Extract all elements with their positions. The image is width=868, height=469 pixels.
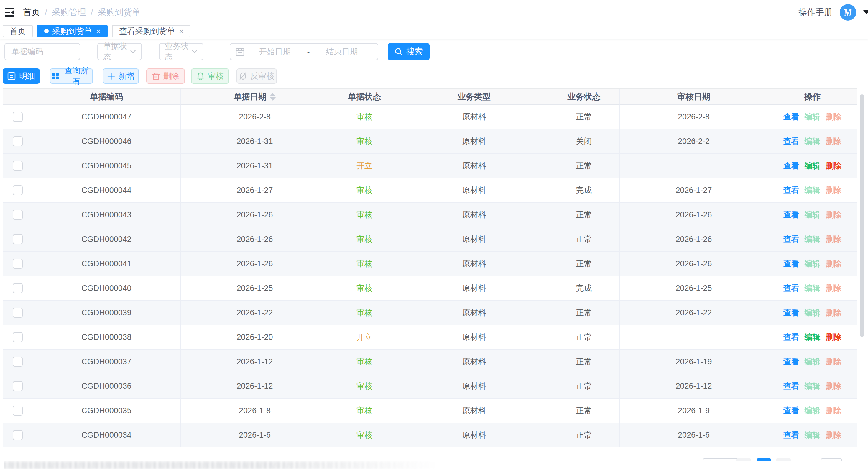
edit-link[interactable]: 编辑 [805,381,820,391]
row-checkbox[interactable] [13,136,23,146]
header-doc-date-sortable[interactable]: 单据日期 [181,89,329,105]
edit-link[interactable]: 编辑 [805,160,820,171]
delete-link[interactable]: 删除 [826,405,842,416]
biz-status-cell: 正常 [549,423,620,447]
add-button[interactable]: 新增 [103,68,139,84]
row-checkbox[interactable] [13,406,23,416]
row-checkbox[interactable] [13,210,23,220]
search-button[interactable]: 搜索 [388,43,430,60]
row-checkbox[interactable] [13,259,23,269]
audit-date: 2026-1-26 [676,210,712,219]
tab-purchase-arrival-active[interactable]: 采购到货单 × [37,25,107,37]
doc-date-cell: 2026-1-26 [181,227,329,252]
view-link[interactable]: 查看 [783,332,799,343]
view-link[interactable]: 查看 [783,283,799,293]
doc-date-cell: 2026-1-22 [181,300,329,325]
edit-link[interactable]: 编辑 [805,209,820,220]
view-link[interactable]: 查看 [783,381,799,391]
prev-page-button[interactable] [736,458,751,461]
view-link[interactable]: 查看 [783,234,799,244]
delete-link[interactable]: 删除 [826,381,842,391]
delete-link[interactable]: 删除 [826,283,842,293]
query-all-button[interactable]: 查询所有 [50,68,93,84]
row-checkbox[interactable] [13,112,23,122]
audit-button[interactable]: 审核 [191,68,229,84]
edit-link[interactable]: 编辑 [805,185,820,196]
tab-label: 采购到货单 [52,26,92,36]
row-checkbox[interactable] [13,381,23,391]
doc-status: 审核 [356,234,372,244]
view-link[interactable]: 查看 [783,405,799,416]
caret-down-icon[interactable] [863,10,868,14]
row-checkbox[interactable] [13,357,23,367]
delete-link[interactable]: 删除 [826,234,842,244]
delete-link[interactable]: 删除 [826,185,842,196]
delete-link[interactable]: 删除 [826,209,842,220]
doc-code-input[interactable] [11,47,80,57]
delete-link[interactable]: 删除 [826,332,842,343]
doc-status-select[interactable]: 单据状态 [97,43,142,60]
edit-link[interactable]: 编辑 [805,136,820,147]
edit-link[interactable]: 编辑 [805,234,820,244]
operation-cell: 查看 编辑 删除 [768,350,857,374]
view-link[interactable]: 查看 [783,307,799,318]
view-link[interactable]: 查看 [783,136,799,147]
delete-link[interactable]: 删除 [826,307,842,318]
view-link[interactable]: 查看 [783,185,799,196]
row-checkbox[interactable] [13,283,23,293]
edit-link[interactable]: 编辑 [805,430,820,440]
row-checkbox[interactable] [13,332,23,342]
biz-status-select[interactable]: 业务状态 [159,43,204,60]
edit-link[interactable]: 编辑 [805,112,820,122]
detail-button[interactable]: 明细 [3,68,40,84]
row-checkbox[interactable] [13,161,23,171]
edit-link[interactable]: 编辑 [805,307,820,318]
doc-code-field[interactable] [4,43,80,60]
tab-view-purchase-arrival[interactable]: 查看采购到货单 × [112,25,190,37]
end-date-placeholder[interactable]: 结束日期 [312,46,373,57]
menu-fold-icon[interactable] [5,8,16,17]
tab-home[interactable]: 首页 [3,25,33,37]
breadcrumb-home[interactable]: 首页 [23,6,40,18]
header-doc-status: 单据状态 [329,89,400,105]
start-date-placeholder[interactable]: 开始日期 [244,46,305,57]
row-checkbox[interactable] [13,430,23,440]
next-page-button[interactable] [776,458,791,461]
sort-icon[interactable] [270,93,276,100]
close-icon[interactable]: × [179,27,183,35]
view-link[interactable]: 查看 [783,258,799,269]
delete-link[interactable]: 删除 [826,160,842,171]
view-link[interactable]: 查看 [783,430,799,440]
delete-link[interactable]: 删除 [826,430,842,440]
view-link[interactable]: 查看 [783,209,799,220]
view-link[interactable]: 查看 [783,112,799,122]
doc-code-cell: CGDH000047 [32,105,181,129]
current-page-button[interactable] [757,458,771,461]
vertical-scrollbar-thumb[interactable] [860,94,864,337]
tab-bar: 首页 采购到货单 × 查看采购到货单 × [0,25,868,39]
avatar[interactable]: M [840,4,856,21]
edit-link[interactable]: 编辑 [805,405,820,416]
operation-manual-link[interactable]: 操作手册 [799,6,833,18]
row-checkbox[interactable] [13,185,23,195]
breadcrumb-purchase-mgmt[interactable]: 采购管理 [52,6,86,18]
delete-link[interactable]: 删除 [826,136,842,147]
row-checkbox[interactable] [13,307,23,318]
delete-link[interactable]: 删除 [826,258,842,269]
edit-link[interactable]: 编辑 [805,332,820,343]
view-link[interactable]: 查看 [783,356,799,367]
edit-link[interactable]: 编辑 [805,258,820,269]
delete-link[interactable]: 删除 [826,112,842,122]
delete-button[interactable]: 删除 [146,68,185,84]
delete-link[interactable]: 删除 [826,356,842,367]
edit-link[interactable]: 编辑 [805,283,820,293]
edit-link[interactable]: 编辑 [805,356,820,367]
close-icon[interactable]: × [96,27,100,35]
audit-date-cell: 2026-1-19 [620,350,768,374]
row-checkbox[interactable] [13,234,23,244]
biz-type-cell: 原材料 [400,252,549,276]
page-jumper-input[interactable] [820,458,842,461]
date-range-picker[interactable]: 开始日期 - 结束日期 [230,43,378,60]
unaudit-button[interactable]: 反审核 [237,68,277,84]
view-link[interactable]: 查看 [783,160,799,171]
